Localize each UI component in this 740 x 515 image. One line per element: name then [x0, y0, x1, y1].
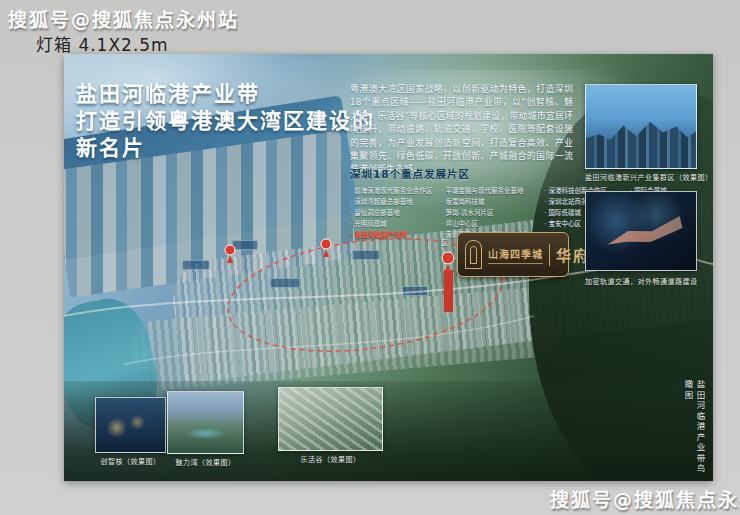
transit-corridor-art [604, 214, 684, 252]
district-item: 平湖金融与现代服务业基地 [441, 187, 536, 195]
watermark-bottom: 搜狐号@搜狐焦点永州站 [550, 485, 740, 512]
inset-industry-cluster-art [585, 84, 697, 169]
watermark-top: 搜狐号@搜狐焦点永州站 [8, 5, 239, 32]
district-item: 盐田河临港产业带 [350, 231, 433, 239]
project-logo: 山海四季城 华府 [457, 232, 569, 277]
inset-lehuogu: 乐活谷（效果图） [278, 387, 383, 464]
district-item: 坂雪岗科技城 [441, 198, 536, 206]
inset-caption: 盐田河临港新兴产业集群区（效果图） [585, 172, 697, 182]
inset-transit-map-art [585, 191, 697, 271]
inset-transit-map: 加密轨道交通，对外畅通道路建设 [585, 191, 697, 286]
inset-caption: 魅力湾（效果图） [167, 457, 244, 467]
location-pin-icon [321, 239, 331, 257]
inset-meiliwan-art [167, 391, 244, 454]
tower-silhouette-art [586, 120, 696, 168]
district-item: 深圳湾超级总部基地 [350, 198, 433, 206]
page: 搜狐号@搜狐焦点永州站 灯箱 4.1X2.5m [0, 0, 740, 515]
project-name: 山海四季城 [488, 246, 543, 264]
road-line [124, 316, 534, 364]
district-item: 前海深港现代服务业合作区 [350, 187, 433, 195]
district-item: 留仙洞总部基地 [350, 209, 433, 217]
billboard-title: 盐田河临港产业带 打造引领粤港澳大湾区建设的 新名片 [76, 81, 375, 162]
district-item: 笋岗-清水河片区 [441, 209, 536, 217]
intro-paragraph: 粤港澳大湾区国家战略，以创新驱动为特色，打造深圳18个重点区域——盐田河临港产业… [350, 83, 573, 177]
district-column: 前海深港现代服务业合作区深圳湾超级总部基地留仙洞总部基地光明凤凰城盐田河临港产业… [350, 187, 433, 250]
lightbox-size-label: 灯箱 4.1X2.5m [36, 31, 169, 56]
billboard-image: 盐田河临港产业带 打造引领粤港澳大湾区建设的 新名片 粤港澳大湾区国家战略，以创… [64, 54, 713, 481]
title-line-3: 新名片 [76, 135, 375, 162]
inset-chuangzhihe-art [95, 397, 166, 453]
inset-meiliwan: 魅力湾（效果图） [167, 391, 244, 467]
tower-emblem-icon [465, 240, 482, 269]
logo-divider [549, 244, 550, 266]
inset-caption: 创智核（效果图） [95, 456, 166, 466]
title-line-1: 盐田河临港产业带 [76, 81, 375, 108]
inset-industry-cluster: 盐田河临港新兴产业集群区（效果图） [585, 84, 697, 182]
highlight-tower-marker [444, 270, 453, 312]
district-item: 坪山中心区 [441, 220, 536, 228]
inset-chuangzhihe: 创智核（效果图） [95, 397, 166, 466]
district-item: 光明凤凰城 [350, 220, 433, 228]
location-pin-icon [225, 245, 235, 263]
aerial-view-caption: 盐田河临港产业带鸟瞰图 [682, 380, 706, 481]
inset-lehuogu-art [278, 387, 383, 451]
location-pin-icon [442, 252, 454, 272]
inset-caption: 加密轨道交通，对外畅通道路建设 [585, 276, 697, 286]
inset-caption: 乐活谷（效果图） [278, 454, 383, 464]
title-line-2: 打造引领粤港澳大湾区建设的 [76, 108, 375, 135]
